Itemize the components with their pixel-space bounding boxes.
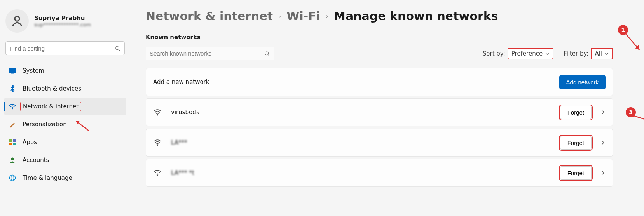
search-known-networks[interactable] [146,47,274,60]
user-name: Supriya Prabhu [34,15,91,22]
system-icon [9,67,16,75]
search-icon [114,45,120,51]
svg-rect-6 [13,139,16,142]
chevron-right-icon: › [326,12,328,20]
accounts-icon [9,156,16,164]
filter-by-control: Filter by: All [564,48,613,59]
network-name: LA*** [171,139,187,146]
settings-nav: System Bluetooth & devices Network & int… [4,62,126,186]
annotation-arrow [74,120,89,131]
forget-button[interactable]: Forget [560,106,592,119]
nav-item-label: Bluetooth & devices [23,85,81,92]
page-title: Manage known networks [334,9,498,23]
svg-point-9 [11,158,14,160]
chevron-right-icon: › [278,12,281,20]
section-title: Known networks [146,34,613,41]
chevron-right-icon[interactable] [600,140,606,145]
breadcrumb-network[interactable]: Network & internet [146,9,273,23]
avatar [5,9,29,33]
chevron-right-icon[interactable] [600,110,606,115]
network-card[interactable]: LA*** Forget [146,129,613,157]
wifi-signal-icon [153,169,162,177]
svg-point-1 [115,46,119,50]
nav-item-network[interactable]: Network & internet [4,98,126,115]
svg-rect-5 [9,139,12,142]
personalization-icon [9,120,16,128]
annotation-arrow [624,33,643,54]
chevron-right-icon[interactable] [600,170,606,176]
nav-item-label: System [23,67,44,74]
nav-item-label: Personalization [23,121,67,128]
filter-by-label: Filter by: [564,50,588,57]
wifi-signal-icon [153,108,162,117]
nav-item-label: Time & language [23,174,72,181]
chevron-down-icon [604,51,609,56]
wifi-icon [9,103,16,110]
time-language-icon [9,174,16,182]
settings-sidebar: Supriya Prabhu sup**************.com Sys… [0,0,130,216]
main-content: Network & internet › Wi-Fi › Manage know… [130,0,644,216]
forget-button[interactable]: Forget [560,136,592,150]
forget-button[interactable]: Forget [560,166,592,180]
svg-point-12 [265,52,269,55]
apps-icon [9,138,16,146]
sort-by-control: Sort by: Preference [483,48,553,59]
nav-item-system[interactable]: System [4,62,126,79]
wifi-signal-icon [153,138,162,147]
nav-item-label: Network & internet [20,102,81,111]
svg-point-0 [15,16,19,21]
filter-by-value: All [595,50,602,57]
nav-item-label: Accounts [23,157,49,164]
add-network-label: Add a new network [153,78,209,85]
settings-search-input[interactable] [10,45,114,52]
chevron-down-icon [545,51,550,56]
breadcrumb-wifi[interactable]: Wi-Fi [286,9,320,23]
svg-point-13 [157,114,158,115]
filter-by-dropdown[interactable]: All [591,48,613,59]
network-name: virusboda [171,109,200,116]
network-card[interactable]: LA*** *t Forget [146,159,613,187]
person-icon [10,14,24,28]
nav-item-apps[interactable]: Apps [4,134,126,151]
network-name: LA*** *t [171,169,194,176]
svg-rect-7 [9,143,12,145]
svg-rect-8 [13,143,16,145]
nav-item-bluetooth[interactable]: Bluetooth & devices [4,80,126,97]
nav-item-label: Apps [23,139,37,146]
user-email: sup**************.com [34,22,91,28]
settings-search[interactable] [5,41,125,55]
add-network-card: Add a new network Add network [146,68,613,96]
add-network-button[interactable]: Add network [559,75,606,89]
svg-point-4 [12,108,13,109]
breadcrumb: Network & internet › Wi-Fi › Manage know… [146,9,613,23]
search-icon [264,51,270,57]
search-known-networks-input[interactable] [150,50,264,57]
annotation-badge-3: 3 [626,107,636,117]
svg-rect-3 [11,73,14,74]
svg-point-15 [157,175,158,176]
annotation-badge-1: 1 [618,25,628,35]
nav-item-time-language[interactable]: Time & language [4,169,126,186]
nav-item-accounts[interactable]: Accounts [4,152,126,169]
svg-point-14 [157,145,158,146]
svg-rect-2 [9,68,16,73]
bluetooth-icon [9,85,16,92]
sort-by-value: Preference [511,50,543,57]
network-card[interactable]: virusboda Forget [146,98,613,126]
user-profile[interactable]: Supriya Prabhu sup**************.com [4,7,126,40]
sort-by-dropdown[interactable]: Preference [508,48,553,59]
sort-by-label: Sort by: [483,50,505,57]
nav-item-personalization[interactable]: Personalization [4,116,126,133]
